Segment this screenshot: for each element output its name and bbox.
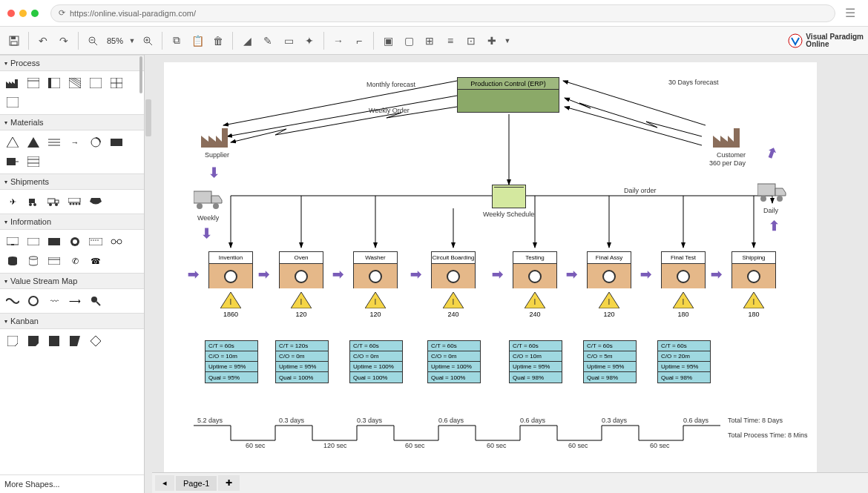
vp-logo[interactable]: Visual ParadigmOnline <box>788 33 864 48</box>
sidebar-group-vsm[interactable]: ▾Value Stream Map <box>0 273 144 289</box>
truck-customer-icon[interactable] <box>757 181 787 202</box>
metrics-box[interactable]: C/T = 60sC/O = 10mUptime = 95%Qual = 95% <box>205 340 258 383</box>
url-bar[interactable]: ⟳ https://online.visual-paradigm.com/ <box>50 4 835 22</box>
metrics-box[interactable]: C/T = 60sC/O = 20mUptime = 95%Qual = 98% <box>657 340 711 383</box>
shape-screen-icon[interactable] <box>4 234 21 249</box>
page-nav-prev[interactable]: ◂ <box>155 475 174 491</box>
waypoint-icon[interactable]: ⌐ <box>349 31 369 50</box>
process-oven[interactable]: Oven <box>279 251 323 288</box>
sidebar-group-shipments[interactable]: ▾Shipments <box>0 173 144 190</box>
metrics-box[interactable]: C/T = 60sC/O = 10mUptime = 95%Qual = 98% <box>509 340 562 383</box>
shape-phone2-icon[interactable]: ☎ <box>88 254 104 268</box>
canvas-scroll[interactable]: Production Control (ERP) Monthly forecas… <box>152 55 868 472</box>
browser-menu-icon[interactable]: ☰ <box>840 3 861 24</box>
inventory-triangle-icon[interactable]: I <box>365 292 386 308</box>
shape-circle2-icon[interactable] <box>67 234 83 249</box>
zoom-in-icon[interactable] <box>138 31 157 50</box>
sidebar-group-process[interactable]: ▾Process <box>0 55 144 71</box>
process-final-test[interactable]: Final Test <box>661 251 706 288</box>
inventory-triangle-icon[interactable]: I <box>743 292 764 308</box>
align-icon[interactable]: ≡ <box>441 31 460 50</box>
metrics-box[interactable]: C/T = 60sC/O = 0mUptime = 100%Qual = 100… <box>349 340 403 383</box>
shape-hatch-icon[interactable] <box>67 76 83 90</box>
supplier-factory-icon[interactable] <box>201 125 229 148</box>
shape-card-icon[interactable] <box>46 254 62 268</box>
shape-rect-icon[interactable] <box>4 95 21 110</box>
shape-kaizen-icon[interactable] <box>4 294 21 308</box>
shape-op-icon[interactable] <box>25 294 42 308</box>
shadow-icon[interactable]: ▭ <box>279 31 298 50</box>
diagram-canvas[interactable]: Production Control (ERP) Monthly forecas… <box>164 62 817 472</box>
page-add[interactable]: ✚ <box>218 475 240 491</box>
front-icon[interactable]: ▣ <box>378 31 398 50</box>
shape-plane-icon[interactable]: ✈ <box>4 194 21 209</box>
inventory-triangle-icon[interactable]: I <box>673 292 694 308</box>
add-icon[interactable]: ✚ <box>482 31 502 50</box>
process-testing[interactable]: Testing <box>513 251 557 288</box>
zoom-out-icon[interactable] <box>83 31 102 50</box>
inventory-triangle-icon[interactable]: I <box>599 292 619 308</box>
shape-phone-icon[interactable]: ✆ <box>67 254 83 268</box>
shape-open-icon[interactable] <box>88 76 104 90</box>
shape-k5-icon[interactable] <box>88 334 104 348</box>
shape-magnify-icon[interactable] <box>88 294 104 308</box>
inventory-triangle-icon[interactable]: I <box>443 292 464 308</box>
sidebar-group-kanban[interactable]: ▾Kanban <box>0 313 144 329</box>
metrics-box[interactable]: C/T = 60sC/O = 0mUptime = 100%Qual = 100… <box>427 340 481 383</box>
shape-db-icon[interactable] <box>4 254 21 268</box>
shape-keyboard-icon[interactable] <box>88 234 104 249</box>
process-final-assy[interactable]: Final Assy <box>587 251 631 288</box>
weekly-schedule-box[interactable] <box>492 185 526 208</box>
shape-wave-icon[interactable]: 〰 <box>46 294 62 308</box>
shape-rectfill-icon[interactable] <box>46 234 62 249</box>
shape-circle-icon[interactable] <box>88 135 104 150</box>
inventory-triangle-icon[interactable]: I <box>291 292 312 308</box>
shape-k2-icon[interactable] <box>25 334 42 348</box>
shape-lane-icon[interactable] <box>25 154 42 169</box>
truck-supplier-icon[interactable] <box>194 188 223 209</box>
process-invention[interactable]: Invention <box>208 251 253 288</box>
fill-icon[interactable]: ◢ <box>237 31 257 50</box>
group-icon[interactable]: ⊞ <box>420 31 439 50</box>
reload-icon[interactable]: ⟳ <box>59 8 65 18</box>
shape-rail-icon[interactable] <box>67 194 83 209</box>
delete-icon[interactable]: 🗑 <box>208 31 228 50</box>
process-washer[interactable]: Washer <box>353 251 398 288</box>
shape-table-icon[interactable] <box>108 76 125 90</box>
shape-supermarket-icon[interactable] <box>4 154 21 169</box>
inventory-triangle-icon[interactable]: I <box>525 292 545 308</box>
stroke-icon[interactable]: ✎ <box>258 31 277 50</box>
inventory-triangle-icon[interactable]: I <box>220 292 241 308</box>
more-shapes-link[interactable]: More Shapes... <box>0 474 144 493</box>
back-icon[interactable]: ▢ <box>399 31 418 50</box>
shape-rect2-icon[interactable] <box>25 234 42 249</box>
page-tab-1[interactable]: Page-1 <box>176 476 217 491</box>
zoom-dropdown-icon[interactable]: ▼ <box>128 31 137 50</box>
shape-k3-icon[interactable] <box>46 334 62 348</box>
shape-forklift-icon[interactable] <box>25 194 42 209</box>
metrics-box[interactable]: C/T = 60sC/O = 5mUptime = 95%Qual = 98% <box>583 340 637 383</box>
mac-close-dot[interactable] <box>7 10 15 17</box>
add-dropdown-icon[interactable]: ▼ <box>503 31 512 50</box>
shape-box1-icon[interactable] <box>25 76 42 90</box>
shape-push-icon[interactable]: → <box>67 135 83 150</box>
shape-arrow2-icon[interactable]: ⟶ <box>67 294 83 308</box>
save-icon[interactable] <box>4 31 24 50</box>
shape-box2-icon[interactable] <box>46 76 62 90</box>
metrics-box[interactable]: C/T = 120sC/O = 0mUptime = 95%Qual = 100… <box>275 340 329 383</box>
shape-factory-icon[interactable] <box>4 76 21 90</box>
shape-boat-icon[interactable] <box>88 194 104 209</box>
process-shipping[interactable]: Shipping <box>731 251 776 288</box>
shape-safety-icon[interactable] <box>25 135 42 150</box>
shape-glasses-icon[interactable] <box>108 234 125 249</box>
shape-k4-icon[interactable] <box>67 334 83 348</box>
copy-icon[interactable]: ⧉ <box>167 31 186 50</box>
mac-max-dot[interactable] <box>31 10 39 17</box>
shape-truck-icon[interactable] <box>46 194 62 209</box>
redo-icon[interactable]: ↷ <box>54 31 73 50</box>
customer-factory-icon[interactable] <box>713 125 741 148</box>
shape-db2-icon[interactable] <box>25 254 42 268</box>
mac-min-dot[interactable] <box>19 10 27 17</box>
shape-triangle-icon[interactable] <box>4 135 21 150</box>
distribute-icon[interactable]: ⊡ <box>461 31 481 50</box>
